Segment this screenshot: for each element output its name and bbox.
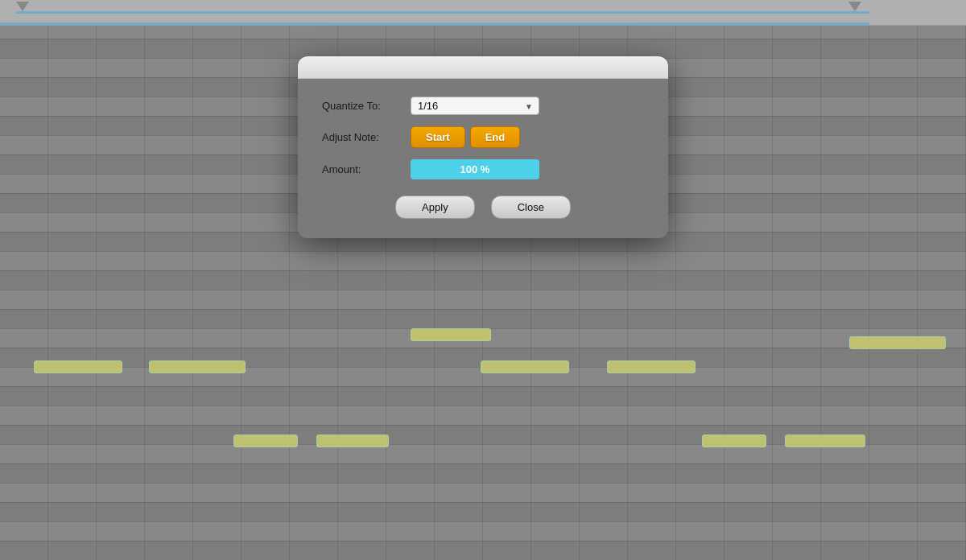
adjust-note-label: Adjust Note: [322,131,411,143]
quantize-select[interactable]: 1/4 1/8 1/16 1/32 1/64 [411,97,539,115]
close-button[interactable]: Close [491,196,571,219]
apply-button[interactable]: Apply [395,196,475,219]
amount-label: Amount: [322,163,411,175]
end-button[interactable]: End [470,126,521,148]
start-button[interactable]: Start [411,126,465,148]
adjust-note-row: Adjust Note: Start End [322,126,644,148]
dialog-buttons: Apply Close [322,196,644,219]
amount-field[interactable]: 100 % [411,159,539,179]
quantize-row: Quantize To: 1/4 1/8 1/16 1/32 1/64 [322,97,644,115]
quantize-select-wrapper[interactable]: 1/4 1/8 1/16 1/32 1/64 [411,97,539,115]
dialog-body: Quantize To: 1/4 1/8 1/16 1/32 1/64 Adju… [298,79,668,238]
quantize-dialog: Quantize To: 1/4 1/8 1/16 1/32 1/64 Adju… [298,56,668,238]
amount-row: Amount: 100 % [322,159,644,179]
dialog-overlay: Quantize To: 1/4 1/8 1/16 1/32 1/64 Adju… [0,0,966,560]
quantize-label: Quantize To: [322,100,411,112]
dialog-titlebar [298,56,668,79]
